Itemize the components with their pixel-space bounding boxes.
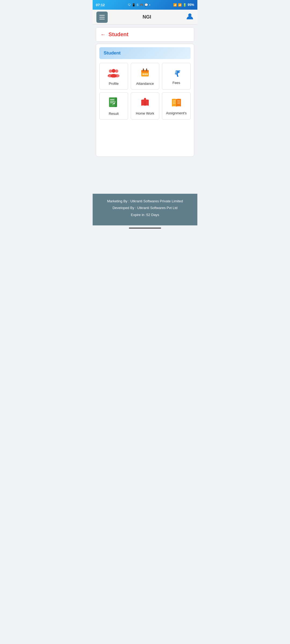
svg-point-3	[115, 69, 118, 73]
result-icon	[109, 97, 118, 109]
homework-icon	[140, 98, 150, 109]
assignments-icon	[171, 98, 182, 108]
back-header-title: Student	[108, 31, 128, 38]
svg-point-17	[144, 98, 146, 100]
whatsapp-icon: 📱	[132, 3, 136, 7]
menu-line-3	[99, 19, 105, 19]
menu-line-2	[99, 17, 105, 17]
skype-icon: S	[137, 3, 139, 6]
svg-rect-15	[109, 97, 115, 107]
attendance-label: Attandance	[136, 82, 154, 86]
home-indicator	[93, 225, 197, 231]
dot-icon: •	[149, 3, 150, 6]
result-button[interactable]: Result	[99, 92, 128, 120]
footer-expire: Expire in :52 Days	[97, 212, 193, 218]
svg-rect-8	[141, 70, 149, 72]
status-right: 📶 📶 🔋 95%	[173, 3, 194, 7]
attendance-icon	[140, 68, 150, 79]
wifi-icon: 📶	[173, 3, 177, 7]
svg-line-21	[173, 103, 175, 104]
fees-label: Fees	[172, 81, 180, 85]
home-bar	[129, 228, 161, 229]
svg-rect-10	[146, 68, 147, 71]
battery-icon: 🔋	[183, 3, 187, 7]
svg-line-23	[177, 102, 180, 102]
assignments-button[interactable]: Assignment's	[162, 92, 191, 120]
svg-line-24	[177, 103, 180, 104]
profile-icon	[108, 68, 119, 79]
messenger-icon: 💬	[144, 3, 148, 7]
svg-line-19	[173, 101, 175, 101]
svg-line-22	[177, 101, 180, 101]
user-icon	[186, 12, 194, 20]
chat-icon: 🗨	[128, 3, 131, 6]
status-icons: 🗨 📱 S 🎮 💬 •	[128, 3, 150, 7]
signal-icon: 📶	[178, 3, 182, 7]
homework-label: Home Work	[136, 111, 154, 115]
svg-rect-12	[144, 74, 146, 75]
profile-label: Profile	[109, 82, 119, 86]
footer-developed: Developed By : Utkranti Softwares Pvt Lt…	[97, 205, 193, 211]
battery-text: 95%	[188, 3, 194, 7]
status-time: 07:12	[96, 3, 105, 7]
svg-point-1	[109, 69, 112, 73]
svg-line-20	[173, 102, 175, 102]
student-card: Student Profile	[96, 44, 194, 157]
svg-point-5	[112, 69, 115, 73]
footer: Marketing By : Utkranti Softwares Privat…	[93, 194, 197, 226]
fees-icon: ₹	[174, 69, 179, 78]
menu-button[interactable]	[96, 12, 108, 23]
attendance-button[interactable]: Attandance	[131, 63, 160, 90]
card-header-title: Student	[104, 50, 121, 56]
assignments-label: Assignment's	[166, 111, 187, 115]
menu-grid: Profile Attandance ₹ Fees	[99, 63, 191, 120]
homework-button[interactable]: Home Work	[131, 92, 160, 120]
result-label: Result	[109, 112, 119, 116]
svg-rect-13	[146, 74, 148, 75]
back-header: ← Student	[96, 27, 194, 42]
status-bar: 07:12 🗨 📱 S 🎮 💬 • 📶 📶 🔋 95%	[93, 0, 197, 10]
menu-line-1	[99, 15, 105, 16]
rupee-symbol: ₹	[174, 69, 179, 78]
fees-button[interactable]: ₹ Fees	[162, 63, 191, 90]
svg-rect-11	[143, 74, 144, 75]
game-icon: 🎮	[140, 3, 143, 7]
svg-point-6	[111, 74, 117, 78]
footer-marketing: Marketing By : Utkranti Softwares Privat…	[97, 199, 193, 204]
profile-button[interactable]: Profile	[99, 63, 128, 90]
user-profile-button[interactable]	[186, 12, 194, 22]
app-title: NGI	[143, 14, 151, 20]
card-header: Student	[99, 47, 191, 59]
back-button[interactable]: ←	[100, 31, 106, 38]
svg-rect-9	[143, 68, 144, 71]
app-bar: NGI	[93, 10, 197, 25]
